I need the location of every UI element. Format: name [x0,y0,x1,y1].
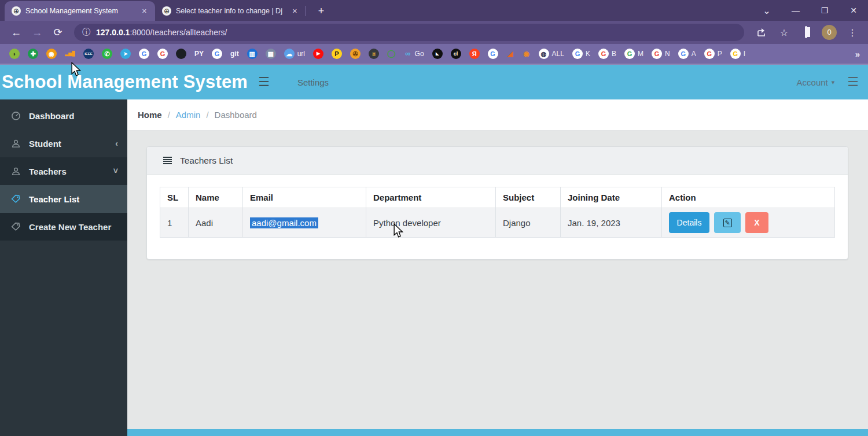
p-yellow-icon[interactable]: P [332,49,342,59]
url-path: :8000/teachers/allteachers/ [130,28,227,37]
py-bookmark[interactable]: PY [194,49,204,59]
tags-icon [10,194,21,204]
cart-icon[interactable]: ¤ [369,49,379,59]
telegram-icon-glyph: ➤ [120,49,131,59]
back-button[interactable]: ← [7,27,25,39]
adsense-icon-glyph: ◗ [9,49,20,59]
globe-favicon-icon: ⊕ [162,6,171,16]
globe-all-bookmark-glyph: ◍ [539,49,549,59]
window-controls: ⌄ — ❐ ✕ [752,0,868,21]
sidebar-toggle-icon[interactable]: ☰ [258,76,270,88]
footer-strip [127,429,868,436]
cell-sl: 1 [160,208,189,238]
user-icon [10,138,21,149]
google-p-bookmark[interactable]: GP [704,49,722,59]
green-cross-icon[interactable]: ✚ [28,49,38,59]
browser-tab-strip: ⊕ School Management System ✕ ⊕ Select te… [0,0,868,21]
google-a-bookmark[interactable]: GA [678,49,696,59]
sidebar-item-student[interactable]: Student ‹ [0,130,127,157]
content-area: Home / Admin / Dashboard Teachers List [127,99,868,436]
col-header-department: Department [366,187,496,208]
bank-icon[interactable]: ▦ [266,49,276,59]
site-info-icon[interactable]: ⓘ [82,27,90,38]
film-icon[interactable]: ▥ [247,49,258,59]
google-b-bookmark[interactable]: GB [598,49,616,59]
globe-all-bookmark[interactable]: ◍ALL [539,49,564,59]
google-p-bookmark-glyph: G [704,49,715,59]
google-m-bookmark[interactable]: GM [624,49,643,59]
tab-select-teacher-info[interactable]: ⊕ Select teacher info to change | Dj ✕ [155,1,306,21]
cell-actions: Details ✎ X [662,208,835,238]
details-button[interactable]: Details [669,212,709,233]
google-n-bookmark[interactable]: GN [652,49,670,59]
url-cloud-bookmark[interactable]: ☁url [284,49,305,59]
movie-camera-icon[interactable]: ✇ [350,49,361,59]
google-icon[interactable]: G [157,49,168,59]
godaddy-icon[interactable]: ∞Go [404,49,424,59]
cell-joining-date: Jan. 19, 2023 [561,208,662,238]
side-panel-icon[interactable] [796,27,816,38]
settings-link[interactable]: Settings [297,77,329,87]
sidebar-item-teachers[interactable]: Teachers ˅ [0,157,127,185]
eye-icon[interactable]: ◉ [523,49,531,59]
tab-school-management-system[interactable]: ⊕ School Management System ✕ [5,1,155,21]
bookmarks-overflow-icon[interactable]: » [849,49,860,59]
ieee-icon[interactable]: IEEE [83,49,94,59]
col-header-action: Action [662,187,835,208]
sidebar-item-dashboard[interactable]: Dashboard [0,102,127,130]
tags-icon [10,221,21,232]
share-icon[interactable] [752,28,772,37]
github-icon[interactable] [176,49,186,59]
new-tab-button[interactable]: + [314,5,328,17]
edit-button[interactable]: ✎ [714,212,741,233]
app-brand: School Management System [0,72,248,93]
git-bookmark[interactable]: git [230,49,239,59]
whatsapp-icon[interactable]: ✆ [102,49,112,59]
refresh-button[interactable]: ⟳ [49,26,67,39]
selected-email-text: aadi@gmail.com [250,217,318,228]
profile-avatar[interactable]: 0 [822,25,837,40]
github-icon-glyph [176,49,186,59]
sidebar-item-teacher-list[interactable]: Teacher List [0,185,127,213]
ring-icon[interactable]: ◯ [387,49,396,59]
google-k-bookmark[interactable]: GK [572,49,590,59]
matlab-icon[interactable]: ◢ [506,49,514,59]
google-b-bookmark-label: B [612,50,616,58]
signal-bars-icon-glyph: ▂▅█ [65,49,75,59]
breadcrumb: Home / Admin / Dashboard [127,99,868,131]
camera-orange-icon[interactable]: ◉ [46,49,57,59]
pencil-square-icon: ✎ [723,219,732,227]
google-icon[interactable]: G [139,49,149,59]
tab-close-icon[interactable]: ✕ [139,6,149,16]
address-bar[interactable]: ⓘ 127.0.0.1:8000/teachers/allteachers/ [74,24,744,41]
minimize-button[interactable]: — [781,6,810,15]
google-i-bookmark[interactable]: GI [730,49,745,59]
right-menu-icon[interactable]: ☰ [847,76,859,88]
signal-bars-icon[interactable]: ▂▅█ [65,49,75,59]
adsense-icon[interactable]: ◗ [9,49,20,59]
yandex-icon-glyph: Я [469,49,480,59]
breadcrumb-home[interactable]: Home [138,110,162,120]
close-window-button[interactable]: ✕ [839,6,868,15]
telegram-icon[interactable]: ➤ [120,49,131,59]
restore-button[interactable]: ❐ [810,6,839,15]
url-cloud-bookmark-glyph: ☁ [284,49,295,59]
bird-icon[interactable]: ◣ [432,49,443,59]
youtube-icon[interactable]: ▶ [313,49,323,59]
account-dropdown[interactable]: Account ▾ [797,77,835,87]
sidebar-item-label: Student [29,139,61,149]
delete-button[interactable]: X [745,212,768,233]
google-icon[interactable]: G [488,49,498,59]
google-icon[interactable]: G [212,49,222,59]
tab-search-chevron-icon[interactable]: ⌄ [752,5,781,16]
yandex-icon[interactable]: Я [469,49,480,59]
tab-close-icon[interactable]: ✕ [290,6,300,16]
breadcrumb-admin-link[interactable]: Admin [176,110,201,120]
bookmark-star-icon[interactable]: ☆ [774,27,794,38]
sidebar-item-create-new-teacher[interactable]: Create New Teacher [0,213,127,241]
browser-menu-icon[interactable]: ⋮ [843,27,862,38]
forward-button[interactable]: → [28,27,46,39]
cl-icon[interactable]: cl [451,49,461,59]
bird-icon-glyph: ◣ [432,49,443,59]
url-text: 127.0.0.1:8000/teachers/allteachers/ [96,28,227,37]
